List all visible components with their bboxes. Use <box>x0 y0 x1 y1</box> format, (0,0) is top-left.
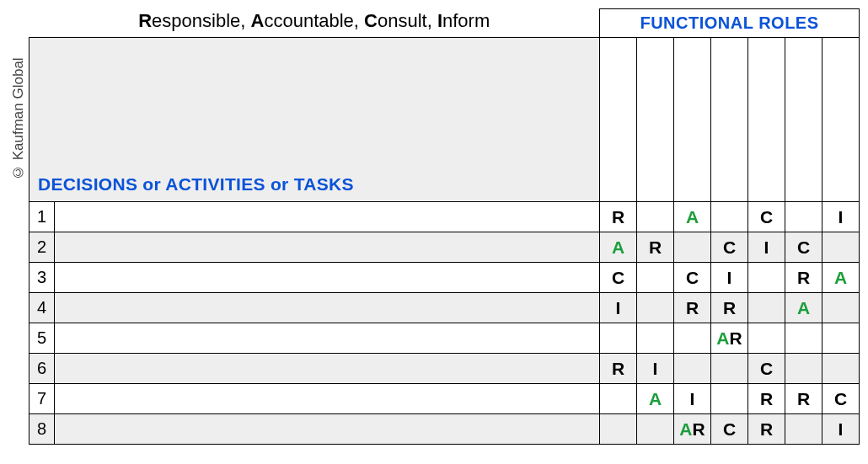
role-cell: R <box>748 384 785 414</box>
task-cell <box>55 293 600 323</box>
role-cell <box>711 354 748 384</box>
role-cell: C <box>822 384 860 414</box>
role-cell <box>785 414 822 445</box>
role-cell: I <box>822 414 860 445</box>
task-cell <box>55 384 600 414</box>
role-cell <box>785 354 822 384</box>
table-row: 6RIC <box>29 354 860 384</box>
role-cell: R <box>748 414 785 445</box>
role-cell <box>785 323 822 354</box>
row-number: 1 <box>29 202 55 232</box>
row-number: 4 <box>29 293 55 323</box>
role-cell <box>637 263 674 293</box>
decisions-header-cell: DECISIONS or ACTIVITIES or TASKS <box>29 38 600 202</box>
role-cell: A <box>600 232 637 263</box>
role-cell <box>822 354 860 384</box>
role-cell: A <box>674 202 711 232</box>
role-cell <box>711 384 748 414</box>
functional-roles-header: FUNCTIONAL ROLES <box>600 9 860 38</box>
role-cell <box>674 354 711 384</box>
row-number: 3 <box>29 263 55 293</box>
table-row: 4IRRA <box>29 293 860 323</box>
role-cell: C <box>711 414 748 445</box>
role-cell: R <box>637 232 674 263</box>
task-cell <box>55 263 600 293</box>
role-cell: R <box>600 354 637 384</box>
role-cell: A <box>785 293 822 323</box>
role-cell <box>637 414 674 445</box>
row-number: 7 <box>29 384 55 414</box>
role-cell: R <box>674 293 711 323</box>
role-cell: I <box>674 384 711 414</box>
copyright-label: © Kaufman Global <box>8 39 29 199</box>
role-cell: R <box>711 293 748 323</box>
role-cell <box>748 293 785 323</box>
role-cell <box>600 323 637 354</box>
role-cell: R <box>785 263 822 293</box>
row-number: 6 <box>29 354 55 384</box>
role-cell: I <box>600 293 637 323</box>
role-column-header <box>785 38 822 202</box>
table-row: 8ARCRI <box>29 414 860 445</box>
row-number: 5 <box>29 323 55 354</box>
role-column-header <box>637 38 674 202</box>
row-number: 2 <box>29 232 55 263</box>
row-number: 8 <box>29 414 55 445</box>
role-cell: C <box>674 263 711 293</box>
role-cell <box>822 232 860 263</box>
role-cell <box>637 202 674 232</box>
table-row: 1RACI <box>29 202 860 232</box>
table-row: 5AR <box>29 323 860 354</box>
role-column-header <box>748 38 785 202</box>
role-cell <box>748 323 785 354</box>
table-row: 7AIRRC <box>29 384 860 414</box>
role-cell <box>822 293 860 323</box>
role-cell <box>785 202 822 232</box>
role-cell <box>600 414 637 445</box>
role-column-header <box>822 38 860 202</box>
role-cell: C <box>600 263 637 293</box>
role-cell <box>711 202 748 232</box>
role-cell <box>674 232 711 263</box>
role-cell: C <box>711 232 748 263</box>
role-column-header <box>600 38 637 202</box>
role-cell: I <box>711 263 748 293</box>
raci-title: Responsible, Accountable, Consult, Infor… <box>29 9 600 38</box>
task-cell <box>55 232 600 263</box>
role-cell: C <box>748 354 785 384</box>
raci-matrix-table: Responsible, Accountable, Consult, Infor… <box>29 8 860 445</box>
task-cell <box>55 354 600 384</box>
role-column-header <box>674 38 711 202</box>
role-cell: A <box>637 384 674 414</box>
role-cell <box>637 323 674 354</box>
role-cell: AR <box>711 323 748 354</box>
role-cell: A <box>822 263 860 293</box>
role-cell: I <box>637 354 674 384</box>
role-column-header <box>711 38 748 202</box>
table-row: 3CCIRA <box>29 263 860 293</box>
role-cell: AR <box>674 414 711 445</box>
task-cell <box>55 202 600 232</box>
role-cell <box>674 323 711 354</box>
role-cell: I <box>748 232 785 263</box>
task-cell <box>55 414 600 445</box>
role-cell <box>748 263 785 293</box>
role-cell: C <box>785 232 822 263</box>
role-cell: I <box>822 202 860 232</box>
role-cell <box>822 323 860 354</box>
role-cell <box>637 293 674 323</box>
role-cell: R <box>785 384 822 414</box>
role-cell <box>600 384 637 414</box>
table-row: 2ARCIC <box>29 232 860 263</box>
decisions-label: DECISIONS or ACTIVITIES or TASKS <box>38 174 591 195</box>
role-cell: R <box>600 202 637 232</box>
role-cell: C <box>748 202 785 232</box>
task-cell <box>55 323 600 354</box>
